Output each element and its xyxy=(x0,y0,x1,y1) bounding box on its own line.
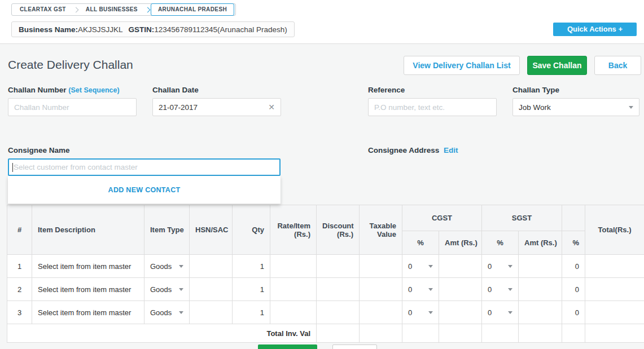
chevron-down-icon xyxy=(629,106,633,109)
item-type-select[interactable]: Goods xyxy=(144,255,190,278)
row-number: 2 xyxy=(7,278,32,301)
total-discount-cell xyxy=(317,324,360,343)
business-name-value: AKJSJSJJKL xyxy=(78,25,123,34)
col-header-sgst-amt: Amt (Rs.) xyxy=(519,231,562,255)
col-group-cess xyxy=(562,205,585,231)
sgst-pct-select[interactable]: 0 xyxy=(482,301,519,324)
col-group-sgst: SGST xyxy=(482,205,562,231)
challan-type-value: Job Work xyxy=(519,103,551,112)
total-inv-val-row: Total Inv. Val xyxy=(7,324,644,343)
challan-date-value: 21-07-2017 xyxy=(159,103,198,112)
cgst-pct-select[interactable]: 0 xyxy=(402,301,439,324)
top-bar: CLEARTAX GST ALL BUSINESSES ARUNACHAL PR… xyxy=(0,0,644,44)
col-header-item-description: Item Description xyxy=(32,205,144,255)
item-description-input[interactable]: Select item from item master xyxy=(32,255,144,278)
challan-number-input[interactable] xyxy=(8,98,137,116)
text-cursor xyxy=(12,163,13,172)
cgst-amt-cell xyxy=(439,255,482,278)
col-header-discount: Discount(Rs.) xyxy=(317,205,360,255)
create-delivery-challan-screen: CLEARTAX GST ALL BUSINESSES ARUNACHAL PR… xyxy=(0,0,644,349)
add-new-contact-option[interactable]: ADD NEW CONTACT xyxy=(108,186,181,194)
view-delivery-challan-list-button[interactable]: View Delivery Challan List xyxy=(404,56,520,75)
item-type-select[interactable]: Goods xyxy=(144,301,190,324)
discount-input[interactable] xyxy=(317,278,360,301)
taxable-value-input[interactable] xyxy=(360,301,402,324)
col-header-rate-item: Rate/Item(Rs.) xyxy=(270,205,317,255)
chevron-down-icon xyxy=(179,288,183,291)
breadcrumb-all-businesses[interactable]: ALL BUSINESSES xyxy=(79,4,144,15)
challan-date-input[interactable]: 21-07-2017 ✕ xyxy=(152,98,281,116)
challan-type-select[interactable]: Job Work xyxy=(512,98,639,116)
qty-input[interactable]: 1 xyxy=(233,255,270,278)
chevron-down-icon xyxy=(179,311,183,314)
total-cell xyxy=(585,301,644,324)
challan-number-label: Challan Number (Set Sequence) xyxy=(8,86,120,94)
total-inv-val-label: Total Inv. Val xyxy=(7,324,317,343)
chevron-down-icon xyxy=(508,311,512,314)
total-sgst-pct-cell xyxy=(482,324,519,343)
item-description-input[interactable]: Select item from item master xyxy=(32,278,144,301)
item-row-1: 1 Select item from item master Goods 1 0… xyxy=(7,255,644,278)
col-header-sgst-pct: % xyxy=(482,231,519,255)
breadcrumb-arunachal-pradesh[interactable]: ARUNACHAL PRADESH xyxy=(151,3,234,16)
hsn-sac-input[interactable] xyxy=(190,301,233,324)
discount-input[interactable] xyxy=(317,301,360,324)
back-button[interactable]: Back xyxy=(594,56,641,75)
taxable-value-input[interactable] xyxy=(360,278,402,301)
qty-input[interactable]: 1 xyxy=(233,278,270,301)
edit-address-link[interactable]: Edit xyxy=(444,146,458,154)
reference-input[interactable] xyxy=(368,98,497,116)
col-header-item-type: Item Type xyxy=(144,205,190,255)
business-info-bar: Business Name:AKJSJSJJKL GSTIN:123456789… xyxy=(11,21,295,37)
quick-actions-button[interactable]: Quick Actions + xyxy=(553,23,637,36)
taxable-value-input[interactable] xyxy=(360,255,402,278)
item-description-input[interactable]: Select item from item master xyxy=(32,301,144,324)
gstin-value: 123456789112345(Arunachal Pradesh) xyxy=(154,25,287,34)
hsn-sac-input[interactable] xyxy=(190,278,233,301)
cgst-pct-select[interactable]: 0 xyxy=(402,278,439,301)
save-challan-button[interactable]: Save Challan xyxy=(527,56,587,75)
breadcrumb: CLEARTAX GST ALL BUSINESSES ARUNACHAL PR… xyxy=(11,3,236,16)
consignee-name-label: Consignee Name xyxy=(8,146,70,154)
sgst-pct-select[interactable]: 0 xyxy=(482,255,519,278)
bottom-green-button[interactable] xyxy=(258,344,317,349)
cess-pct-cell: 0 xyxy=(562,301,585,324)
row-number: 1 xyxy=(7,255,32,278)
cgst-pct-select[interactable]: 0 xyxy=(402,255,439,278)
total-cgst-pct-cell xyxy=(402,324,439,343)
total-cell xyxy=(585,278,644,301)
cess-pct-cell: 0 xyxy=(562,278,585,301)
consignee-name-input[interactable]: Select customer from contact master xyxy=(8,158,281,176)
consignee-name-placeholder: Select customer from contact master xyxy=(14,163,138,171)
chevron-down-icon xyxy=(508,288,512,291)
hsn-sac-input[interactable] xyxy=(190,255,233,278)
rate-item-input[interactable] xyxy=(270,278,317,301)
clear-date-icon[interactable]: ✕ xyxy=(268,103,275,112)
total-cell xyxy=(585,255,644,278)
col-header-taxable-value: TaxableValue xyxy=(360,205,402,255)
challan-number-label-text: Challan Number xyxy=(8,86,67,94)
discount-input[interactable] xyxy=(317,255,360,278)
breadcrumb-cleartax-gst[interactable]: CLEARTAX GST xyxy=(13,4,73,15)
total-cess-pct-cell xyxy=(562,324,585,343)
col-header-num: # xyxy=(7,205,32,255)
col-header-hsn-sac: HSN/SAC xyxy=(190,205,233,255)
item-type-select[interactable]: Goods xyxy=(144,278,190,301)
rate-item-input[interactable] xyxy=(270,255,317,278)
qty-input[interactable]: 1 xyxy=(233,301,270,324)
challan-date-label: Challan Date xyxy=(152,86,199,94)
bottom-white-button[interactable] xyxy=(332,344,377,349)
chevron-down-icon xyxy=(428,288,433,291)
item-row-2: 2 Select item from item master Goods 1 0… xyxy=(7,278,644,301)
page-title: Create Delivery Challan xyxy=(8,58,133,72)
rate-item-input[interactable] xyxy=(270,301,317,324)
cgst-amt-cell xyxy=(439,278,482,301)
col-header-qty: Qty xyxy=(233,205,270,255)
set-sequence-link[interactable]: (Set Sequence) xyxy=(68,86,119,94)
total-cgst-amt-cell xyxy=(439,324,482,343)
challan-type-label: Challan Type xyxy=(512,86,559,94)
col-header-total: Total(Rs.) xyxy=(585,205,644,255)
sgst-pct-select[interactable]: 0 xyxy=(482,278,519,301)
col-header-cess-pct: % xyxy=(562,231,585,255)
chevron-down-icon xyxy=(428,265,433,268)
